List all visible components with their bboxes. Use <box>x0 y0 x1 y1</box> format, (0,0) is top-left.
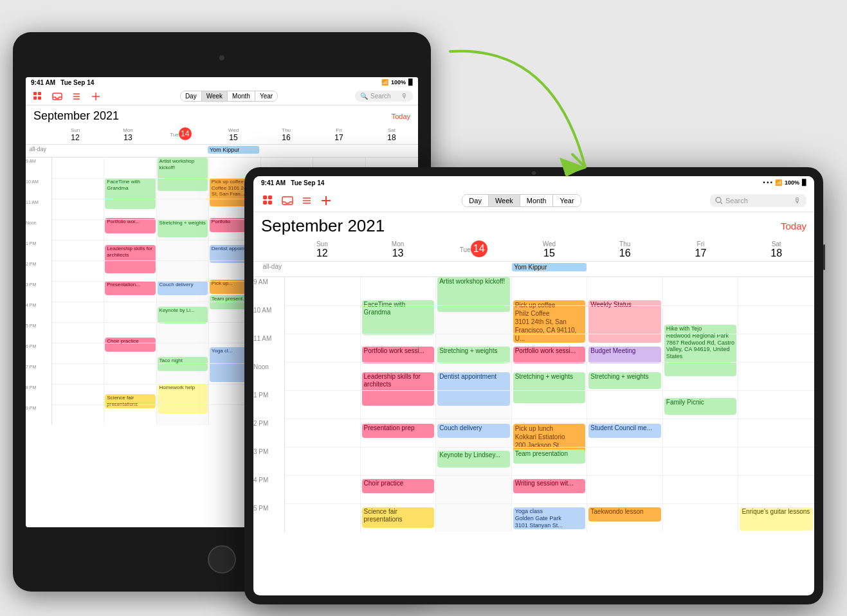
svg-rect-0 <box>33 92 37 95</box>
homework-event-small[interactable]: Homework help <box>158 384 208 413</box>
wifi-icon-large: 📶 <box>775 179 782 186</box>
budget-large[interactable]: Budget Meeting <box>588 347 661 363</box>
month-btn-small[interactable]: Month <box>228 91 255 101</box>
time-1pm-small: 1 PM <box>26 240 51 260</box>
svg-rect-3 <box>38 96 41 100</box>
guitar-large[interactable]: Enrique's guitar lessons <box>740 507 813 530</box>
add-icon-large[interactable] <box>319 194 333 208</box>
svg-point-20 <box>716 197 721 203</box>
day-btn-small[interactable]: Day <box>181 91 202 101</box>
battery-bar-icon: ▉ <box>408 79 413 86</box>
workshop-large[interactable]: Artist workshop kickoff! <box>437 277 510 312</box>
time-10am-large: 10 AM <box>253 305 284 334</box>
status-icons-large: • • • 📶 100% ▉ <box>763 179 807 186</box>
yoga-large[interactable]: Yoga classGolden Gate Park3101 Stanyan S… <box>513 507 586 529</box>
allday-label-small: all-day <box>26 145 49 157</box>
keynote-large[interactable]: Keynote by Lindsey... <box>437 451 510 467</box>
inbox-icon[interactable] <box>50 89 64 104</box>
facetime-event-small[interactable]: FaceTime with Grandma <box>105 178 155 209</box>
stretching3-large[interactable]: Stretching + weights <box>588 372 661 389</box>
workshop-event-small[interactable]: Artist workshop kickoff! <box>158 158 208 191</box>
list-icon[interactable] <box>69 89 84 104</box>
time-9pm-small: 9 PM <box>26 404 51 425</box>
day-header-wed-small: Wed15 <box>207 125 260 144</box>
choir-event-small[interactable]: Choir practice <box>105 338 155 352</box>
writing-large[interactable]: Writing session wit... <box>513 479 586 493</box>
portfolio-work-large[interactable]: Portfolio work sessi... <box>362 347 435 363</box>
sciencefair-large[interactable]: Science fair presentations <box>362 507 435 528</box>
day-header-thu-small: Thu16 <box>260 125 313 144</box>
status-time-small: 9:41 AM Tue Sep 14 <box>31 79 94 86</box>
presentation-event-small[interactable]: Presentation... <box>105 281 155 295</box>
couch-event-small[interactable]: Couch delivery <box>158 281 208 295</box>
time-4pm-large: 4 PM <box>253 475 284 503</box>
choir-large[interactable]: Choir practice <box>362 479 435 493</box>
stretching-large[interactable]: Stretching + weights <box>437 347 510 363</box>
mic-icon-large: 🎙 <box>794 196 801 205</box>
wifi-icon: 📶 <box>381 79 388 86</box>
hike-large[interactable]: Hike with TejoRedwood Regional Park7867 … <box>664 325 737 376</box>
battery-bar-large: ▉ <box>802 179 806 186</box>
day-header-sat-small: Sat18 <box>365 125 418 144</box>
search-box-large[interactable]: Search 🎙 <box>710 194 806 207</box>
picnic-large[interactable]: Family Picnic <box>664 398 737 415</box>
taco-event-small[interactable]: Taco night <box>158 357 208 371</box>
toolbar-small: Day Week Month Year 🔍 Search 🎙 <box>26 87 418 105</box>
portfolio2-large[interactable]: Portfolio work sessi... <box>513 347 586 363</box>
today-btn-large[interactable]: Today <box>781 221 806 231</box>
day-header-sat-large: Sat18 <box>738 239 814 261</box>
day-header-wed-large: Wed15 <box>511 239 587 261</box>
dentist-large[interactable]: Dentist appointment <box>437 372 510 406</box>
col-sat-large: Enrique's guitar lessons <box>738 277 814 532</box>
col-sun-large <box>285 277 361 532</box>
keynote-event-small[interactable]: Keynote by Li... <box>158 307 208 323</box>
sciencefair-event-small[interactable]: Science fair presentations <box>105 394 155 408</box>
view-switcher-small[interactable]: Day Week Month Year <box>180 91 278 102</box>
year-btn-small[interactable]: Year <box>255 91 277 101</box>
stretching2-large[interactable]: Stretching + weights <box>513 372 586 403</box>
time-noon-small: Noon <box>26 219 51 240</box>
svg-rect-1 <box>38 92 41 95</box>
dots-icon: • • • <box>763 179 772 186</box>
grid-icon[interactable] <box>31 89 45 104</box>
portfolio-event-small[interactable]: Portfolio wor... <box>105 218 155 233</box>
today-btn-small[interactable]: Today <box>392 113 410 120</box>
time-2pm-small: 2 PM <box>26 260 51 281</box>
time-4pm-small: 4 PM <box>26 302 51 322</box>
taekwondo-large[interactable]: Taekwondo lesson <box>588 507 661 521</box>
ipad-large-screen: 9:41 AM Tue Sep 14 • • • 📶 100% ▉ <box>253 176 814 595</box>
col-mon-small: FaceTime with Grandma Portfolio wor... L… <box>104 158 156 425</box>
leadership-event-small[interactable]: Leadership skills for architects <box>105 245 155 273</box>
yom-kippur-event-small[interactable]: Yom Kippur <box>208 146 259 154</box>
grid-icon-large[interactable] <box>261 194 275 208</box>
search-icon-large <box>715 197 723 204</box>
svg-rect-13 <box>268 201 272 204</box>
col-wed-large: Pick up coffeePhilz Coffee3101 24th St, … <box>512 277 588 532</box>
list-icon-large[interactable] <box>300 194 314 208</box>
time-8pm-small: 8 PM <box>26 384 51 404</box>
weekly-large[interactable]: Weekly Status <box>588 300 661 343</box>
pickup-coffee-large[interactable]: Pick up coffeePhilz Coffee3101 24th St, … <box>513 300 586 343</box>
search-box-small[interactable]: 🔍 Search 🎙 <box>355 91 413 102</box>
leadership-large[interactable]: Leadership skills for architects <box>362 372 435 406</box>
student-large[interactable]: Student Council me... <box>588 424 661 438</box>
yom-kippur-event-large[interactable]: Yom Kippur <box>512 263 587 271</box>
stretching-event-small[interactable]: Stretching + weights <box>158 219 208 237</box>
inbox-icon-large[interactable] <box>280 194 295 208</box>
time-3pm-large: 3 PM <box>253 447 284 475</box>
time-1pm-large: 1 PM <box>253 390 284 419</box>
col-mon-large: FaceTime with Grandma Portfolio work ses… <box>361 277 437 532</box>
home-button-small[interactable] <box>208 545 236 574</box>
add-icon[interactable] <box>89 89 103 104</box>
couch-large[interactable]: Couch delivery <box>437 424 510 438</box>
day-header-sun-small: Sun12 <box>49 125 102 144</box>
facetime-large[interactable]: FaceTime with Grandma <box>362 300 435 335</box>
day-header-thu-large: Thu16 <box>587 239 663 261</box>
time-3pm-small: 3 PM <box>26 281 51 302</box>
mic-icon-small: 🎙 <box>401 93 408 100</box>
day-header-fri-small: Fri17 <box>313 125 365 144</box>
week-btn-small[interactable]: Week <box>202 91 228 101</box>
time-10am-small: 10 AM <box>26 178 51 199</box>
team-present-large[interactable]: Team presentation <box>513 449 586 464</box>
presentation-large[interactable]: Presentation prep <box>362 424 435 438</box>
